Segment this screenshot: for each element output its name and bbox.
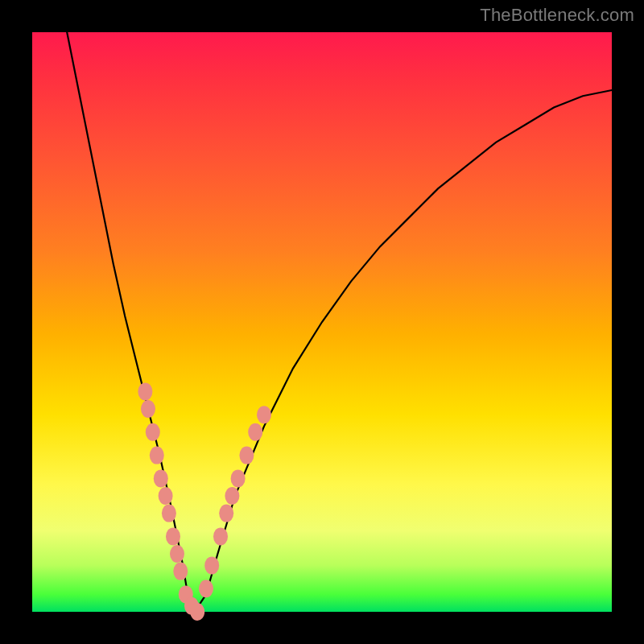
marker-dot [190, 603, 204, 621]
marker-dots [138, 382, 271, 621]
bottleneck-curve-path [67, 32, 612, 612]
marker-dot [146, 423, 160, 441]
marker-dot [154, 469, 168, 487]
watermark-text: TheBottleneck.com [480, 5, 634, 26]
marker-dot [150, 447, 164, 464]
marker-dot [166, 527, 180, 545]
marker-dot [231, 469, 246, 487]
marker-dot [162, 505, 176, 522]
marker-dot [159, 487, 173, 505]
curve-layer [32, 32, 612, 612]
marker-dot [141, 400, 155, 418]
marker-dot [138, 382, 152, 400]
marker-dot [173, 563, 188, 580]
marker-dot [225, 487, 239, 505]
marker-dot [170, 545, 184, 563]
marker-dot [213, 527, 228, 545]
chart-frame: TheBottleneck.com [0, 0, 644, 644]
marker-dot [239, 447, 254, 464]
marker-dot [257, 406, 271, 423]
marker-dot [199, 580, 213, 597]
marker-dot [219, 505, 233, 522]
marker-dot [204, 556, 219, 574]
marker-dot [248, 423, 262, 441]
bottleneck-curve [67, 32, 612, 612]
